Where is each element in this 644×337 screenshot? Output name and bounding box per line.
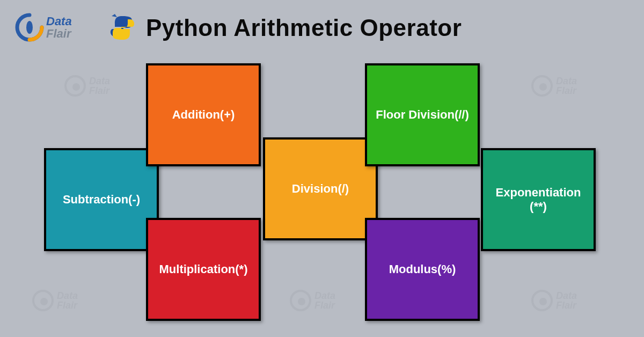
tile-division: Division(/) bbox=[263, 137, 378, 240]
brand-logo-text: Data Flair bbox=[46, 15, 72, 40]
tile-addition: Addition(+) bbox=[146, 63, 261, 166]
brand-logo: Data Flair bbox=[15, 13, 72, 42]
page-header: Python Arithmetic Operator bbox=[107, 13, 462, 43]
tile-label: Subtraction(-) bbox=[63, 193, 140, 207]
tile-label: Exponentiation (**) bbox=[488, 186, 588, 214]
tile-subtraction: Subtraction(-) bbox=[44, 148, 159, 251]
page-title: Python Arithmetic Operator bbox=[146, 14, 462, 41]
svg-point-0 bbox=[26, 21, 33, 34]
brand-logo-text-line1: Data bbox=[46, 15, 72, 27]
tile-label: Multiplication(*) bbox=[159, 262, 248, 276]
tile-label: Floor Division(//) bbox=[376, 108, 469, 122]
tile-label: Addition(+) bbox=[172, 108, 235, 122]
python-icon bbox=[107, 13, 137, 43]
tile-modulus: Modulus(%) bbox=[365, 218, 480, 321]
tile-label: Modulus(%) bbox=[389, 262, 456, 276]
operator-diagram: Subtraction(-) Addition(+) Multiplicatio… bbox=[0, 58, 644, 326]
tile-exponentiation: Exponentiation (**) bbox=[481, 148, 596, 251]
brand-logo-text-line2: Flair bbox=[46, 27, 72, 40]
tile-floor-division: Floor Division(//) bbox=[365, 63, 480, 166]
brand-logo-icon bbox=[15, 13, 44, 42]
tile-label: Division(/) bbox=[292, 182, 349, 196]
tile-multiplication: Multiplication(*) bbox=[146, 218, 261, 321]
